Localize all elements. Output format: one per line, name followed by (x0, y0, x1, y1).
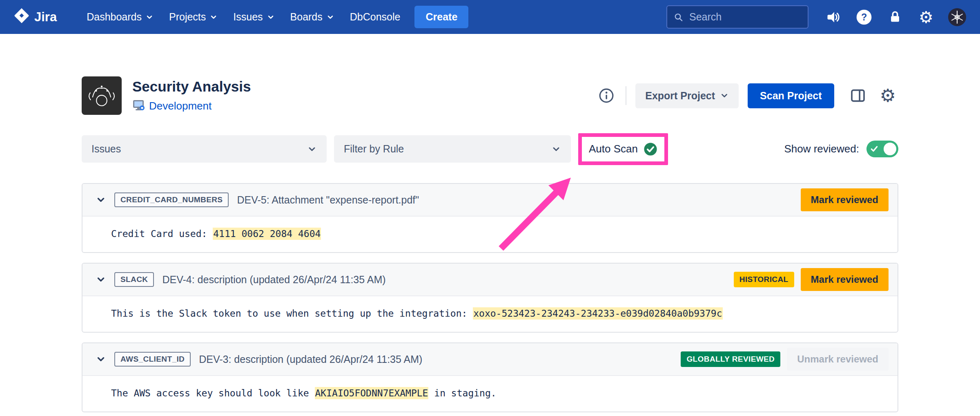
search-icon (674, 12, 683, 22)
collapse-chevron-icon[interactable] (93, 272, 109, 287)
body-text: in staging. (428, 388, 496, 398)
info-icon[interactable] (596, 85, 617, 106)
lock-icon[interactable] (886, 8, 904, 26)
finding-card-header: AWS_CLIENT_ID DEV-3: description (update… (82, 343, 898, 376)
issues-dropdown[interactable]: Issues (82, 135, 327, 163)
search-box[interactable] (666, 5, 808, 29)
check-circle-icon (644, 142, 657, 156)
historical-badge: HISTORICAL (734, 272, 794, 287)
project-titles: Security Analysis Development (132, 78, 251, 113)
finding-title: DEV-3: description (updated 26/Apr/24 11… (199, 353, 422, 365)
sensitive-value-highlight: 4111 0062 2084 4604 (213, 228, 321, 240)
nav-item-label: Dashboards (87, 11, 142, 23)
header-actions: Export Project Scan Project ⚙ (596, 83, 898, 108)
show-reviewed-control: Show reviewed: (784, 141, 898, 157)
nav-item-dashboards[interactable]: Dashboards (80, 6, 160, 28)
brand-label: Jira (34, 10, 57, 25)
chevron-down-icon (145, 13, 154, 21)
user-avatar[interactable] (948, 8, 966, 26)
create-button[interactable]: Create (414, 6, 468, 28)
globally-reviewed-badge: GLOBALLY REVIEWED (681, 351, 780, 367)
breadcrumb: Development (132, 99, 251, 113)
rule-badge: CREDIT_CARD_NUMBERS (114, 192, 229, 207)
show-reviewed-toggle[interactable] (866, 141, 898, 157)
issues-dropdown-value: Issues (91, 143, 121, 155)
search-input[interactable] (688, 11, 801, 23)
export-label: Export Project (645, 90, 715, 102)
nav-item-label: Issues (233, 11, 263, 23)
findings-list: CREDIT_CARD_NUMBERS DEV-5: Attachment "e… (82, 183, 898, 416)
nav-menu: Dashboards Projects Issues Boards DbCons… (80, 6, 468, 28)
finding-card-header: SLACK DEV-4: description (updated 26/Apr… (82, 264, 898, 296)
nav-item-issues[interactable]: Issues (226, 6, 281, 28)
finding-body: Credit Card used: 4111 0062 2084 4604 (82, 217, 898, 252)
finding-actions: Mark reviewed (801, 188, 889, 211)
body-text: This is the Slack token to use when sett… (111, 308, 473, 319)
sensitive-value-highlight: AKIAIO5FODNN7EXAMPLE (315, 387, 429, 399)
chevron-down-icon (720, 91, 729, 100)
project-avatar (82, 76, 122, 115)
project-link[interactable]: Development (149, 100, 212, 112)
settings-gear-icon[interactable]: ⚙ (878, 84, 898, 107)
mark-reviewed-button[interactable]: Mark reviewed (801, 268, 889, 291)
gear-icon[interactable]: ⚙ (917, 8, 935, 26)
filter-row: Issues Filter by Rule Auto Scan Show rev… (82, 135, 898, 163)
export-project-button[interactable]: Export Project (635, 83, 739, 108)
collapse-chevron-icon[interactable] (93, 192, 109, 208)
divider (626, 86, 626, 105)
nav-item-label: Boards (290, 11, 323, 23)
auto-scan-label: Auto Scan (589, 143, 638, 155)
layout-panel-icon[interactable] (847, 85, 869, 106)
mark-reviewed-button[interactable]: Mark reviewed (801, 188, 889, 211)
top-navbar: Jira Dashboards Projects Issues Boards D… (0, 0, 980, 34)
check-icon (870, 145, 878, 153)
filter-by-rule-dropdown[interactable]: Filter by Rule (334, 135, 571, 163)
nav-icons: ? ⚙ (824, 8, 966, 26)
body-text: The AWS access key should look like (111, 388, 315, 398)
unmark-reviewed-button[interactable]: Unmark reviewed (787, 348, 889, 371)
chevron-down-icon (307, 144, 317, 154)
collapse-chevron-icon[interactable] (93, 351, 109, 367)
scan-project-button[interactable]: Scan Project (748, 83, 834, 108)
body-text: Credit Card used: (111, 228, 213, 239)
finding-body: The AWS access key should look like AKIA… (82, 376, 898, 412)
show-reviewed-label: Show reviewed: (784, 143, 859, 155)
finding-card: SLACK DEV-4: description (updated 26/Apr… (82, 263, 898, 333)
main-content: Security Analysis Development Export Pro… (82, 76, 898, 416)
finding-title: DEV-4: description (updated 26/Apr/24 11… (162, 274, 385, 286)
chevron-down-icon (551, 144, 561, 154)
finding-title: DEV-5: Attachment "expense-report.pdf" (237, 194, 419, 206)
help-icon[interactable]: ? (855, 8, 873, 26)
project-type-icon (132, 99, 145, 113)
jira-logo-icon (14, 8, 29, 27)
finding-actions: GLOBALLY REVIEWED Unmark reviewed (681, 348, 889, 371)
nav-item-boards[interactable]: Boards (283, 6, 341, 28)
svg-text:?: ? (861, 12, 867, 22)
rule-badge: AWS_CLIENT_ID (114, 352, 191, 367)
nav-item-label: Projects (169, 11, 206, 23)
jira-brand[interactable]: Jira (14, 8, 57, 27)
rule-badge: SLACK (114, 272, 154, 287)
chevron-down-icon (267, 13, 275, 21)
chevron-down-icon (209, 13, 218, 21)
finding-card: CREDIT_CARD_NUMBERS DEV-5: Attachment "e… (82, 183, 898, 253)
chevron-down-icon (326, 13, 334, 21)
page-title: Security Analysis (132, 78, 251, 95)
finding-body: This is the Slack token to use when sett… (82, 296, 898, 332)
nav-item-dbconsole[interactable]: DbConsole (343, 6, 408, 28)
sensitive-value-highlight: xoxo-523423-234243-234233-e039d02840a0b9… (473, 307, 722, 320)
toggle-knob (884, 143, 896, 155)
announcement-icon[interactable] (824, 8, 842, 26)
finding-card-header: CREDIT_CARD_NUMBERS DEV-5: Attachment "e… (82, 184, 898, 217)
auto-scan-control[interactable]: Auto Scan (586, 142, 661, 156)
finding-card: AWS_CLIENT_ID DEV-3: description (update… (82, 342, 898, 412)
project-header: Security Analysis Development Export Pro… (82, 76, 898, 115)
nav-item-label: DbConsole (350, 11, 401, 23)
nav-item-projects[interactable]: Projects (162, 6, 225, 28)
finding-actions: HISTORICAL Mark reviewed (734, 268, 889, 291)
rule-dropdown-value: Filter by Rule (344, 143, 404, 155)
